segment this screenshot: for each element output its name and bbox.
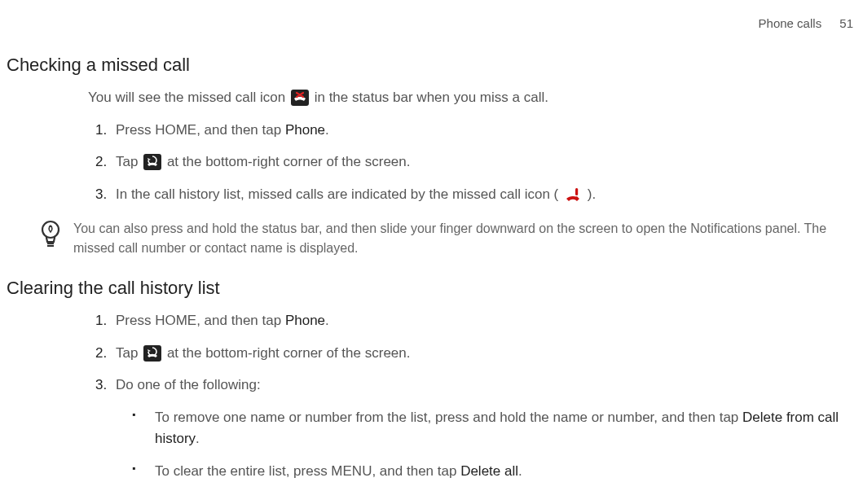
steps-list-clearing: Press HOME, and then tap Phone. Tap at t… (88, 310, 856, 483)
missed-call-list-icon (564, 186, 582, 203)
phone-label: Phone (285, 122, 325, 138)
heading-checking-missed-call: Checking a missed call (7, 55, 856, 76)
header-section: Phone calls (759, 16, 822, 30)
tip-block: You can also press and hold the status b… (39, 219, 856, 258)
call-history-button-icon (143, 154, 161, 170)
step-text: ). (588, 186, 596, 202)
step-text: Tap (116, 345, 142, 361)
step-text: . (325, 122, 329, 138)
sub-text: . (196, 431, 200, 446)
list-item: To remove one name or number from the li… (132, 407, 856, 450)
svg-point-4 (42, 221, 59, 238)
step-item: Tap at the bottom-right corner of the sc… (111, 343, 856, 364)
step-text: . (325, 313, 329, 328)
delete-all-label: Delete all (460, 463, 518, 479)
step-item: Press HOME, and then tap Phone. (111, 310, 856, 331)
sub-text: . (518, 463, 522, 479)
call-history-button-icon (143, 345, 161, 362)
list-item: To clear the entire list, press MENU, an… (132, 461, 856, 482)
intro-text-a: You will see the missed call icon (88, 90, 289, 105)
tip-text: You can also press and hold the status b… (73, 219, 856, 258)
steps-list-checking: Press HOME, and then tap Phone. Tap at t… (88, 120, 856, 205)
heading-clearing-call-history: Clearing the call history list (7, 278, 856, 299)
page-number: 51 (839, 16, 853, 30)
intro-text-b: in the status bar when you miss a call. (315, 90, 548, 105)
missed-call-statusbar-icon (291, 90, 309, 106)
step-text: Tap (116, 154, 142, 169)
step-text: Press HOME, and then tap (116, 313, 285, 328)
step-text: In the call history list, missed calls a… (116, 186, 562, 202)
step-item: Do one of the following: To remove one n… (111, 375, 856, 483)
step-text: Do one of the following: (116, 377, 261, 392)
step-item: In the call history list, missed calls a… (111, 184, 856, 205)
step-item: Tap at the bottom-right corner of the sc… (111, 151, 856, 173)
step-text: at the bottom-right corner of the screen… (167, 154, 411, 169)
sub-text: To clear the entire list, press MENU, an… (155, 463, 460, 479)
intro-paragraph: You will see the missed call icon in the… (88, 87, 856, 108)
step-text: at the bottom-right corner of the screen… (167, 345, 411, 361)
sub-options-list: To remove one name or number from the li… (132, 407, 856, 483)
page-header: Phone calls 51 (7, 16, 856, 30)
step-item: Press HOME, and then tap Phone. (111, 120, 856, 141)
lightbulb-icon (39, 219, 62, 248)
svg-rect-2 (575, 188, 578, 195)
svg-point-3 (575, 196, 579, 199)
step-text: Press HOME, and then tap (116, 122, 285, 138)
sub-text: To remove one name or number from the li… (155, 410, 742, 425)
phone-label: Phone (285, 313, 325, 328)
